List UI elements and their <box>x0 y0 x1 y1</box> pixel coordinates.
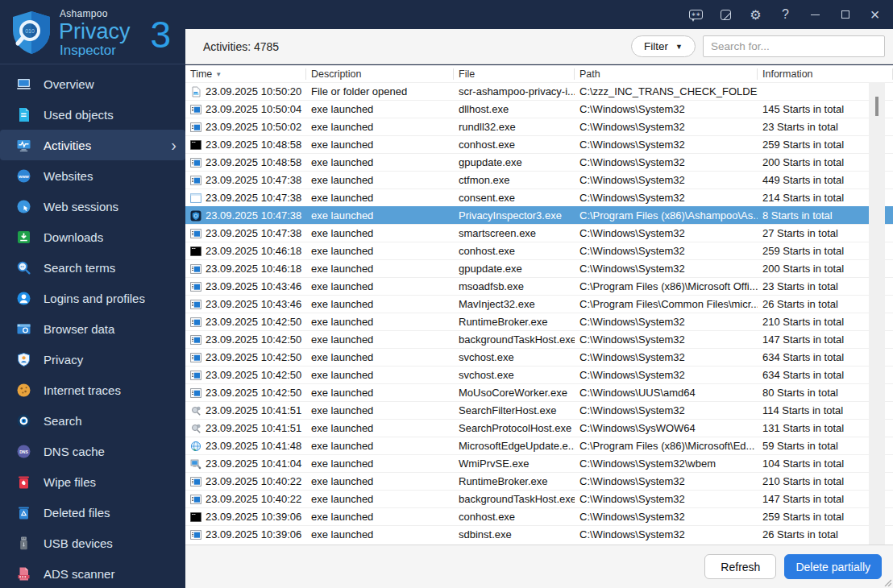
column-header-path[interactable]: Path <box>575 68 758 80</box>
sidebar-item-logins-and-profiles[interactable]: Logins and profiles <box>0 283 185 313</box>
column-header-time[interactable]: Time▼ <box>185 68 306 80</box>
sidebar-item-usb-devices[interactable]: USB devices <box>0 528 185 558</box>
sidebar-item-wipe-files[interactable]: Wipe files <box>0 466 185 497</box>
activities-count: Activities: 4785 <box>203 40 631 53</box>
app-window-icon <box>190 387 201 399</box>
cell-time: 23.09.2025 10:48:58 <box>206 156 301 168</box>
cell-description: exe launched <box>306 458 454 470</box>
sidebar-item-overview[interactable]: Overview <box>0 68 185 99</box>
table-row[interactable]: 23.09.2025 10:47:38exe launchedsmartscre… <box>185 224 893 242</box>
table-row[interactable]: 23.09.2025 10:47:38exe launchedPrivacyIn… <box>185 206 893 224</box>
sidebar-item-deleted-files[interactable]: Deleted files <box>0 497 185 528</box>
table-row[interactable]: 23.09.2025 10:50:02exe launchedrundll32.… <box>185 118 893 135</box>
sidebar-item-browser-data[interactable]: Browser data <box>0 313 185 344</box>
cell-path: C:\Windows\System32 <box>575 263 758 275</box>
sidebar-item-privacy[interactable]: Privacy <box>0 344 185 375</box>
minimize-icon[interactable] <box>800 0 830 29</box>
sidebar-item-label: Used objects <box>44 108 114 122</box>
table-row[interactable]: 23.09.2025 10:47:38exe launchedconsent.e… <box>185 188 893 206</box>
table-row[interactable]: 23.09.2025 10:48:58exe launchedconhost.e… <box>185 135 893 153</box>
table-row[interactable]: 23.09.2025 10:50:04exe launcheddllhost.e… <box>185 100 893 118</box>
table-row[interactable]: 23.09.2025 10:41:48exe launchedMicrosoft… <box>185 437 893 454</box>
window-icon <box>190 193 201 204</box>
cell-file: conhost.exe <box>454 139 575 151</box>
table-row[interactable]: 23.09.2025 10:41:04exe launchedWmiPrvSE.… <box>185 454 893 472</box>
sidebar-item-internet-traces[interactable]: Internet traces <box>0 375 185 405</box>
cell-path: C:\zzz_INC_TRANS_CHECK_FOLDER <box>575 85 758 97</box>
column-header-description[interactable]: Description <box>306 68 454 80</box>
resize-grip[interactable] <box>882 577 891 586</box>
console-icon <box>190 511 201 523</box>
table-row[interactable]: 23.09.2025 10:43:46exe launchedmsoadfsb.… <box>185 277 893 295</box>
table-row[interactable]: 23.09.2025 10:42:50exe launchedRuntimeBr… <box>185 313 893 330</box>
filter-button[interactable]: Filter ▼ <box>631 35 696 57</box>
table-body: 23.09.2025 10:50:20File or folder opened… <box>185 82 893 543</box>
internet-traces-icon <box>16 383 31 398</box>
table-row[interactable]: 23.09.2025 10:47:38exe launchedctfmon.ex… <box>185 171 893 188</box>
column-header-information[interactable]: Information <box>758 68 893 80</box>
wmi-icon <box>190 458 201 470</box>
cell-file: RuntimeBroker.exe <box>454 475 575 487</box>
table-row[interactable]: 23.09.2025 10:41:51exe launchedSearchFil… <box>185 401 893 419</box>
table-row[interactable]: 23.09.2025 10:39:06exe launchedsdbinst.e… <box>185 525 893 543</box>
table-row[interactable]: 23.09.2025 10:48:58exe launchedgpupdate.… <box>185 153 893 171</box>
sidebar-item-used-objects[interactable]: Used objects <box>0 99 185 130</box>
feedback-icon[interactable]: ∗∗ <box>681 0 711 29</box>
brand-name: Ashampoo <box>60 8 108 19</box>
settings-gear-icon[interactable]: ⚙ <box>741 0 770 29</box>
table-row[interactable]: 23.09.2025 10:46:18exe launchedgpupdate.… <box>185 259 893 277</box>
sidebar-item-ads-scanner[interactable]: ADS scanner <box>0 558 185 588</box>
sidebar-item-dns-cache[interactable]: DNSDNS cache <box>0 436 185 466</box>
websites-icon: www <box>16 168 31 184</box>
app-window-icon <box>190 317 201 328</box>
edit-note-icon[interactable] <box>711 0 741 29</box>
maximize-icon[interactable] <box>830 0 860 29</box>
table-row[interactable]: 23.09.2025 10:42:50exe launchedbackgroun… <box>185 330 893 348</box>
table-row[interactable]: 23.09.2025 10:42:50exe launchedMoUsoCore… <box>185 383 893 401</box>
cell-path: C:\Windows\System32 <box>575 192 758 204</box>
sidebar-item-label: Websites <box>44 169 93 183</box>
cell-file: msoadfsb.exe <box>454 280 575 292</box>
cell-description: exe launched <box>306 156 454 168</box>
browser-data-icon <box>16 321 31 337</box>
sidebar-item-downloads[interactable]: Downloads <box>0 222 185 252</box>
help-icon[interactable]: ? <box>770 0 800 29</box>
vertical-scrollbar[interactable] <box>869 82 885 545</box>
table-row[interactable]: 23.09.2025 10:42:50exe launchedsvchost.e… <box>185 366 893 383</box>
sidebar-item-web-sessions[interactable]: Web sessions <box>0 191 185 222</box>
table-row[interactable]: 23.09.2025 10:42:50exe launchedsvchost.e… <box>185 348 893 366</box>
close-icon[interactable]: × <box>860 0 890 29</box>
search-host-icon <box>190 405 201 416</box>
cell-path: C:\Windows\System32 <box>575 245 758 257</box>
sidebar-item-websites[interactable]: wwwWebsites <box>0 160 185 191</box>
table-row[interactable]: 23.09.2025 10:40:22exe launchedRuntimeBr… <box>185 472 893 490</box>
cell-description: exe launched <box>306 387 454 399</box>
cell-time: 23.09.2025 10:40:22 <box>206 493 301 505</box>
cell-description: exe launched <box>306 103 454 115</box>
cell-description: exe launched <box>306 475 454 487</box>
cell-time: 23.09.2025 10:42:50 <box>206 351 301 363</box>
table-row[interactable]: 23.09.2025 10:50:20File or folder opened… <box>185 82 893 100</box>
cell-file: backgroundTaskHost.exe <box>454 333 575 346</box>
deleted-files-icon <box>16 505 31 520</box>
scrollbar-thumb[interactable] <box>875 97 878 116</box>
table-row[interactable]: 23.09.2025 10:41:51exe launchedSearchPro… <box>185 419 893 437</box>
sidebar-item-search[interactable]: Search <box>0 405 185 436</box>
sidebar-item-search-terms[interactable]: Search terms <box>0 252 185 283</box>
refresh-button[interactable]: Refresh <box>704 554 776 579</box>
delete-partially-button[interactable]: Delete partially <box>784 554 882 579</box>
table-row[interactable]: 23.09.2025 10:40:22exe launchedbackgroun… <box>185 490 893 507</box>
sidebar-item-label: Browser data <box>44 322 114 336</box>
table-row[interactable]: 23.09.2025 10:43:46exe launchedMavInject… <box>185 295 893 313</box>
svg-text:www: www <box>18 173 29 178</box>
app-window-icon <box>190 370 201 381</box>
table-row[interactable]: 23.09.2025 10:39:06exe launchedconhost.e… <box>185 507 893 525</box>
search-input[interactable] <box>703 35 885 57</box>
column-header-file[interactable]: File <box>454 68 575 80</box>
sidebar-item-label: Wipe files <box>44 475 96 489</box>
svg-text:010: 010 <box>25 28 35 34</box>
cell-description: exe launched <box>306 121 454 133</box>
sidebar-item-activities[interactable]: Activities› <box>0 130 185 160</box>
table-row[interactable]: 23.09.2025 10:46:18exe launchedconhost.e… <box>185 242 893 259</box>
cell-time: 23.09.2025 10:50:02 <box>206 121 301 133</box>
